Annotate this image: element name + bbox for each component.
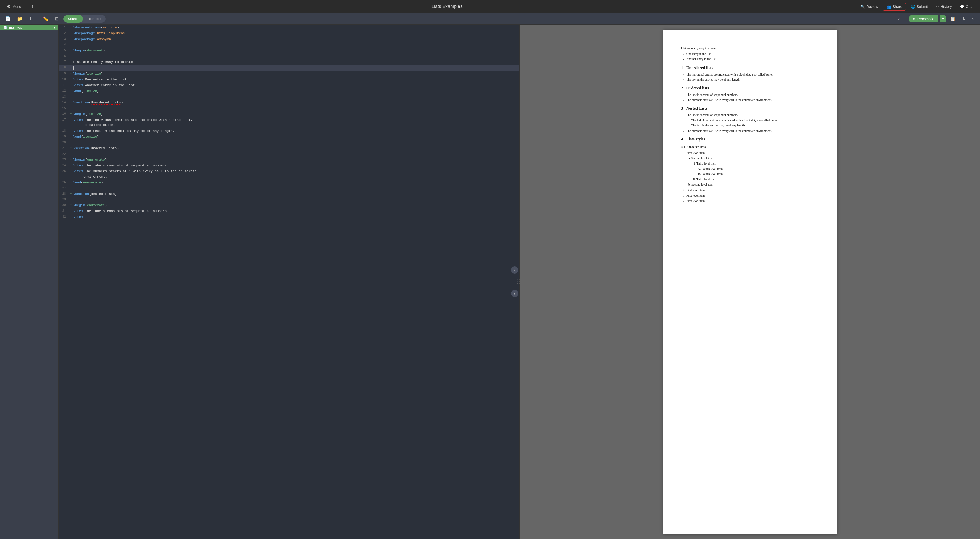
line-row: 17 \item The individual entries are indi… <box>59 117 519 128</box>
preview-scroll[interactable]: List are really easy to create One entry… <box>520 24 980 539</box>
line-row: 31 \item The labels consists of sequenti… <box>59 208 519 214</box>
delete-button[interactable]: 🗑 <box>52 15 61 22</box>
list-item: The numbers starts at 1 with every call … <box>686 98 819 102</box>
section-4-1-title: Ordered lists <box>687 144 706 149</box>
toolbar-right: ↺ Recompile ▾ 📋 ⬇ ⤡ <box>909 15 977 23</box>
line-row: 29 <box>59 197 519 202</box>
preview-intro: List are really easy to create <box>681 46 819 51</box>
section-2: 2 Ordered lists The labels consists of s… <box>681 85 819 102</box>
list-item: The labels consists of sequential number… <box>686 113 819 128</box>
line-row: 23 ▾ \begin{enumerate} <box>59 157 519 163</box>
line-row: 18 \item The text in the entries may be … <box>59 128 519 134</box>
toolbar: 📄 📁 ⬆ ✏️ 🗑 Source Rich Text ⤢ ↺ Recompil… <box>0 13 980 24</box>
list-item: Second level item <box>691 182 819 187</box>
edit-button[interactable]: ✏️ <box>41 15 51 23</box>
line-row: 27 <box>59 186 519 191</box>
line-row: 14 ▾ \section{Unordered lists} <box>59 100 519 105</box>
line-row: 20 <box>59 140 519 145</box>
recompile-button[interactable]: ↺ Recompile <box>909 15 938 22</box>
file-tab-main[interactable]: 📄 main.tex ▾ <box>0 24 59 30</box>
line-row: 4 <box>59 42 519 48</box>
line-row: 21 ▾ \section{Ordered lists} <box>59 145 519 151</box>
history-button[interactable]: ↩ History <box>932 3 956 10</box>
section-2-num: 2 <box>681 85 683 91</box>
list-item: Third level item <box>697 177 819 181</box>
list-item: The individual entries are indicated wit… <box>691 118 819 122</box>
submit-button[interactable]: 🌐 Submit <box>907 3 931 10</box>
line-row: 12 \end{itemize} <box>59 88 519 94</box>
editor-content: 1 \documentclass{article} 2 \usepackage[… <box>59 24 519 220</box>
preview-panel: List are really easy to create One entry… <box>520 24 980 539</box>
line-row: 2 \usepackage[utf8]{inputenc} <box>59 30 519 36</box>
share-button[interactable]: 👥 Share <box>883 3 906 11</box>
section-1: 1 Unordered lists The individual entries… <box>681 65 819 82</box>
top-nav: ⚙ Menu ↑ Lists Examples 🔍 Review 👥 Share… <box>0 0 980 13</box>
menu-button[interactable]: ⚙ Menu <box>3 2 25 11</box>
line-row: 16 ▾ \begin{itemize} <box>59 111 519 117</box>
section-4-num: 4 <box>681 136 683 142</box>
main-area: 📄 main.tex ▾ 1 \documentclass{article} 2… <box>0 24 980 539</box>
section-1-num: 1 <box>681 65 683 71</box>
editor-scroll[interactable]: 1 \documentclass{article} 2 \usepackage[… <box>59 24 519 539</box>
back-button[interactable]: ↑ <box>28 2 37 11</box>
list-item: Another entry in the list <box>686 57 819 61</box>
new-file-button[interactable]: 📄 <box>3 15 13 23</box>
history-icon: ↩ <box>936 5 939 9</box>
rich-text-tab[interactable]: Rich Text <box>83 15 106 23</box>
review-button[interactable]: 🔍 Review <box>857 3 882 10</box>
source-tab[interactable]: Source <box>63 15 83 23</box>
page-number: 1 <box>749 522 751 526</box>
share-icon: 👥 <box>887 5 891 9</box>
recompile-icon: ↺ <box>913 17 916 21</box>
line-row: 24 \item The labels consists of sequenti… <box>59 162 519 169</box>
nav-left: ⚙ Menu ↑ <box>3 2 37 11</box>
line-row: 26 \end{enumerate} <box>59 180 519 186</box>
section-3: 3 Nested Lists The labels consists of se… <box>681 105 819 133</box>
source-rich-toggle: Source Rich Text <box>63 15 106 23</box>
drag-handle[interactable] <box>515 278 519 285</box>
editor-nav-left[interactable]: ‹ <box>511 290 518 297</box>
open-folder-button[interactable]: 📁 <box>15 15 24 23</box>
line-row: 11 \item Another entry in the list <box>59 82 519 88</box>
line-row: 15 <box>59 105 519 111</box>
recompile-dropdown-button[interactable]: ▾ <box>940 15 946 22</box>
chat-button[interactable]: 💬 Chat <box>956 3 977 10</box>
line-row: 6 <box>59 53 519 59</box>
line-row: 1 \documentclass{article} <box>59 24 519 30</box>
section-3-num: 3 <box>681 105 683 111</box>
section-4-1: 4.1 Ordered lists First level item Secon… <box>681 144 819 203</box>
list-item: Fourth level item <box>702 172 819 176</box>
list-item: The individual entries are indicated wit… <box>686 72 819 77</box>
list-item: Fourth level item <box>702 167 819 171</box>
section-4: 4 Lists styles 4.1 Ordered lists First l… <box>681 136 819 203</box>
section-3-title: Nested Lists <box>686 105 708 111</box>
line-row: 25 \item The numbers starts at 1 with ev… <box>59 169 519 180</box>
list-item: The text in the entries may be of any le… <box>686 77 819 82</box>
panel-divider[interactable] <box>519 24 520 539</box>
editor-panel[interactable]: 1 \documentclass{article} 2 \usepackage[… <box>59 24 519 539</box>
list-item: One entry in the list <box>686 52 819 56</box>
fullscreen-preview-button[interactable]: ⤡ <box>970 16 977 22</box>
section-4-1-num: 4.1 <box>681 144 685 149</box>
line-row: 19 \end{itemize} <box>59 134 519 140</box>
section-1-title: Unordered lists <box>686 65 713 71</box>
list-item: Second level item Third level item Fourt… <box>691 156 819 181</box>
line-row: 7 List are really easy to create <box>59 59 519 65</box>
review-icon: 🔍 <box>861 5 865 9</box>
upload-button[interactable]: ⬆ <box>27 15 35 23</box>
fullscreen-editor-button[interactable]: ⤢ <box>896 16 903 22</box>
section-4-title: Lists styles <box>686 136 705 142</box>
chat-icon: 💬 <box>960 5 964 9</box>
file-panel: 📄 main.tex ▾ <box>0 24 59 539</box>
download-button[interactable]: ⬇ <box>960 15 968 23</box>
line-row: 32 \item ... <box>59 214 519 220</box>
line-row: 30 ▾ \begin{enumerate} <box>59 202 519 208</box>
editor-nav-right[interactable]: › <box>511 266 518 273</box>
copy-button[interactable]: 📋 <box>948 15 958 23</box>
line-row: 3 \usepackage{amssymb} <box>59 36 519 42</box>
line-row: 13 <box>59 94 519 100</box>
back-icon: ↑ <box>32 4 34 9</box>
line-row: 22 <box>59 151 519 157</box>
app-title: Lists Examples <box>37 4 857 9</box>
list-item: The text in the entries may be of any le… <box>691 123 819 128</box>
